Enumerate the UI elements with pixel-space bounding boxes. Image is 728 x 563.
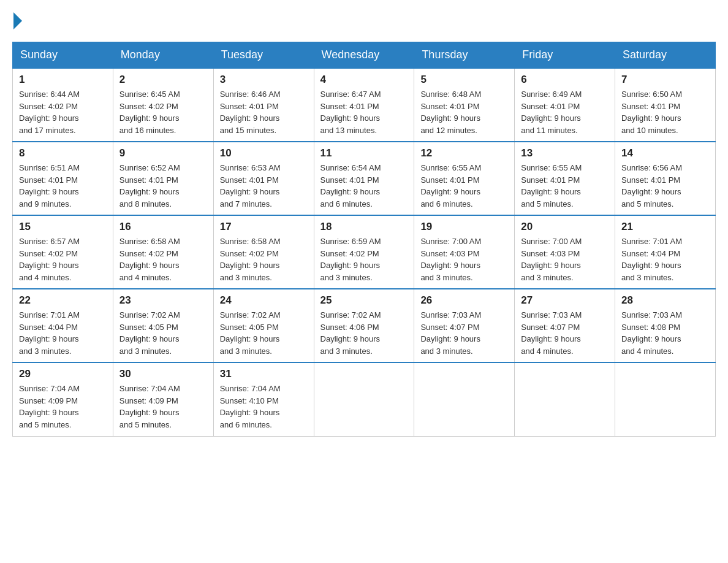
calendar-cell: 21 Sunrise: 7:01 AM Sunset: 4:04 PM Dayl…: [615, 215, 716, 289]
day-number: 15: [19, 221, 107, 233]
calendar-header-monday: Monday: [113, 42, 213, 69]
calendar-cell: [314, 362, 414, 436]
day-number: 2: [119, 74, 207, 86]
calendar-cell: 4 Sunrise: 6:47 AM Sunset: 4:01 PM Dayli…: [314, 68, 414, 142]
day-info: Sunrise: 6:58 AM Sunset: 4:02 PM Dayligh…: [119, 236, 207, 283]
calendar-week-row: 15 Sunrise: 6:57 AM Sunset: 4:02 PM Dayl…: [13, 215, 716, 289]
day-number: 17: [220, 221, 308, 233]
calendar-cell: [515, 362, 615, 436]
day-info: Sunrise: 6:49 AM Sunset: 4:01 PM Dayligh…: [521, 88, 609, 136]
day-info: Sunrise: 6:59 AM Sunset: 4:02 PM Dayligh…: [320, 236, 408, 283]
calendar-header-saturday: Saturday: [615, 42, 716, 69]
day-number: 7: [621, 74, 709, 86]
calendar-cell: 14 Sunrise: 6:56 AM Sunset: 4:01 PM Dayl…: [615, 142, 716, 215]
calendar-cell: 10 Sunrise: 6:53 AM Sunset: 4:01 PM Dayl…: [213, 142, 314, 215]
day-info: Sunrise: 7:04 AM Sunset: 4:09 PM Dayligh…: [119, 383, 207, 431]
calendar-cell: 11 Sunrise: 6:54 AM Sunset: 4:01 PM Dayl…: [314, 142, 414, 215]
day-info: Sunrise: 6:56 AM Sunset: 4:01 PM Dayligh…: [621, 162, 709, 210]
calendar-week-row: 22 Sunrise: 7:01 AM Sunset: 4:04 PM Dayl…: [13, 289, 716, 362]
day-info: Sunrise: 7:01 AM Sunset: 4:04 PM Dayligh…: [621, 236, 709, 283]
day-info: Sunrise: 6:58 AM Sunset: 4:02 PM Dayligh…: [220, 236, 308, 283]
day-number: 24: [220, 294, 308, 307]
calendar-header-sunday: Sunday: [13, 42, 113, 69]
day-number: 29: [19, 368, 107, 380]
day-info: Sunrise: 6:46 AM Sunset: 4:01 PM Dayligh…: [220, 88, 308, 136]
day-info: Sunrise: 6:53 AM Sunset: 4:01 PM Dayligh…: [220, 162, 308, 210]
calendar-cell: 16 Sunrise: 6:58 AM Sunset: 4:02 PM Dayl…: [113, 215, 213, 289]
day-number: 8: [19, 147, 107, 159]
day-number: 30: [119, 368, 207, 380]
day-number: 27: [521, 294, 609, 307]
calendar-cell: [615, 362, 716, 436]
day-info: Sunrise: 7:03 AM Sunset: 4:08 PM Dayligh…: [621, 309, 709, 357]
logo-arrow-icon: [13, 12, 22, 29]
day-info: Sunrise: 6:54 AM Sunset: 4:01 PM Dayligh…: [320, 162, 408, 210]
day-number: 10: [220, 147, 308, 159]
day-info: Sunrise: 6:55 AM Sunset: 4:01 PM Dayligh…: [420, 162, 508, 210]
calendar-cell: 2 Sunrise: 6:45 AM Sunset: 4:02 PM Dayli…: [113, 68, 213, 142]
day-number: 12: [420, 147, 508, 159]
calendar-cell: 12 Sunrise: 6:55 AM Sunset: 4:01 PM Dayl…: [414, 142, 515, 215]
day-number: 28: [621, 294, 709, 307]
calendar-cell: 25 Sunrise: 7:02 AM Sunset: 4:06 PM Dayl…: [314, 289, 414, 362]
calendar-cell: 1 Sunrise: 6:44 AM Sunset: 4:02 PM Dayli…: [13, 68, 113, 142]
calendar-cell: 6 Sunrise: 6:49 AM Sunset: 4:01 PM Dayli…: [515, 68, 615, 142]
day-number: 31: [220, 368, 308, 380]
calendar-cell: 23 Sunrise: 7:02 AM Sunset: 4:05 PM Dayl…: [113, 289, 213, 362]
calendar-week-row: 29 Sunrise: 7:04 AM Sunset: 4:09 PM Dayl…: [13, 362, 716, 436]
day-number: 4: [320, 74, 408, 86]
day-number: 1: [19, 74, 107, 86]
day-number: 21: [621, 221, 709, 233]
calendar-cell: 19 Sunrise: 7:00 AM Sunset: 4:03 PM Dayl…: [414, 215, 515, 289]
day-info: Sunrise: 7:02 AM Sunset: 4:05 PM Dayligh…: [220, 309, 308, 357]
calendar-week-row: 1 Sunrise: 6:44 AM Sunset: 4:02 PM Dayli…: [13, 68, 716, 142]
day-number: 11: [320, 147, 408, 159]
calendar-cell: 26 Sunrise: 7:03 AM Sunset: 4:07 PM Dayl…: [414, 289, 515, 362]
day-info: Sunrise: 7:04 AM Sunset: 4:10 PM Dayligh…: [220, 383, 308, 431]
calendar-cell: 27 Sunrise: 7:03 AM Sunset: 4:07 PM Dayl…: [515, 289, 615, 362]
day-number: 14: [621, 147, 709, 159]
calendar-cell: 18 Sunrise: 6:59 AM Sunset: 4:02 PM Dayl…: [314, 215, 414, 289]
logo: [12, 12, 23, 29]
calendar-cell: 24 Sunrise: 7:02 AM Sunset: 4:05 PM Dayl…: [213, 289, 314, 362]
day-info: Sunrise: 7:00 AM Sunset: 4:03 PM Dayligh…: [420, 236, 508, 283]
calendar-header-tuesday: Tuesday: [213, 42, 314, 69]
logo-text: [12, 12, 23, 29]
calendar-header-row: SundayMondayTuesdayWednesdayThursdayFrid…: [13, 42, 716, 69]
calendar-cell: 8 Sunrise: 6:51 AM Sunset: 4:01 PM Dayli…: [13, 142, 113, 215]
day-info: Sunrise: 7:02 AM Sunset: 4:06 PM Dayligh…: [320, 309, 408, 357]
calendar-cell: [414, 362, 515, 436]
page-header: [12, 12, 716, 29]
day-info: Sunrise: 6:44 AM Sunset: 4:02 PM Dayligh…: [19, 88, 107, 136]
day-info: Sunrise: 6:52 AM Sunset: 4:01 PM Dayligh…: [119, 162, 207, 210]
day-number: 6: [521, 74, 609, 86]
calendar-cell: 28 Sunrise: 7:03 AM Sunset: 4:08 PM Dayl…: [615, 289, 716, 362]
day-info: Sunrise: 7:02 AM Sunset: 4:05 PM Dayligh…: [119, 309, 207, 357]
calendar-cell: 13 Sunrise: 6:55 AM Sunset: 4:01 PM Dayl…: [515, 142, 615, 215]
day-info: Sunrise: 6:57 AM Sunset: 4:02 PM Dayligh…: [19, 236, 107, 283]
day-number: 5: [420, 74, 508, 86]
day-number: 20: [521, 221, 609, 233]
day-number: 19: [420, 221, 508, 233]
calendar-cell: 29 Sunrise: 7:04 AM Sunset: 4:09 PM Dayl…: [13, 362, 113, 436]
day-info: Sunrise: 7:03 AM Sunset: 4:07 PM Dayligh…: [521, 309, 609, 357]
day-number: 25: [320, 294, 408, 307]
calendar-cell: 31 Sunrise: 7:04 AM Sunset: 4:10 PM Dayl…: [213, 362, 314, 436]
calendar-header-thursday: Thursday: [414, 42, 515, 69]
calendar-week-row: 8 Sunrise: 6:51 AM Sunset: 4:01 PM Dayli…: [13, 142, 716, 215]
calendar-cell: 5 Sunrise: 6:48 AM Sunset: 4:01 PM Dayli…: [414, 68, 515, 142]
calendar-cell: 15 Sunrise: 6:57 AM Sunset: 4:02 PM Dayl…: [13, 215, 113, 289]
day-info: Sunrise: 6:47 AM Sunset: 4:01 PM Dayligh…: [320, 88, 408, 136]
day-info: Sunrise: 7:00 AM Sunset: 4:03 PM Dayligh…: [521, 236, 609, 283]
day-info: Sunrise: 6:51 AM Sunset: 4:01 PM Dayligh…: [19, 162, 107, 210]
day-info: Sunrise: 6:48 AM Sunset: 4:01 PM Dayligh…: [420, 88, 508, 136]
calendar-header-friday: Friday: [515, 42, 615, 69]
day-info: Sunrise: 7:04 AM Sunset: 4:09 PM Dayligh…: [19, 383, 107, 431]
calendar-cell: 7 Sunrise: 6:50 AM Sunset: 4:01 PM Dayli…: [615, 68, 716, 142]
calendar-cell: 20 Sunrise: 7:00 AM Sunset: 4:03 PM Dayl…: [515, 215, 615, 289]
calendar-cell: 3 Sunrise: 6:46 AM Sunset: 4:01 PM Dayli…: [213, 68, 314, 142]
day-info: Sunrise: 7:01 AM Sunset: 4:04 PM Dayligh…: [19, 309, 107, 357]
day-number: 22: [19, 294, 107, 307]
day-number: 23: [119, 294, 207, 307]
calendar-table: SundayMondayTuesdayWednesdayThursdayFrid…: [12, 42, 716, 437]
